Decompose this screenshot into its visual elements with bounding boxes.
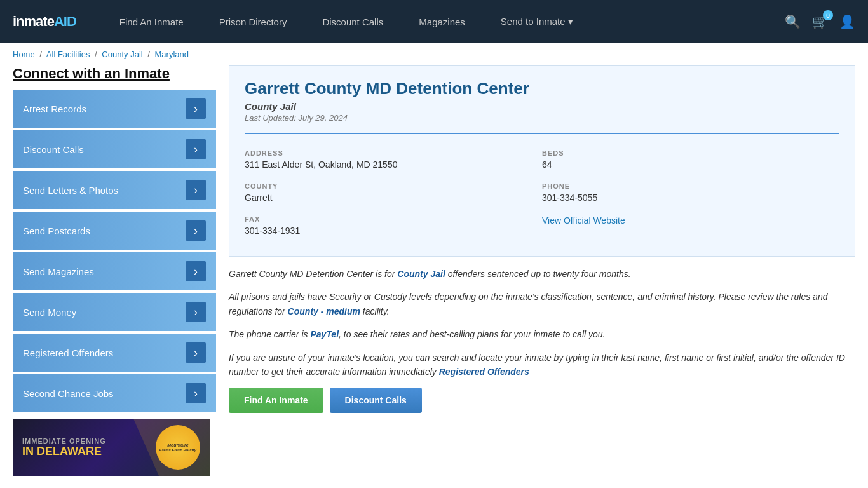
phone-label: PHONE [542,182,829,190]
logo-area[interactable]: inmateAID [13,13,76,30]
sidebar-item-send-money[interactable]: Send Money › [13,293,216,331]
main-content: Garrett County MD Detention Center Count… [229,65,855,476]
website-cell: View Official Website [542,210,839,243]
description-para3: The phone carrier is PayTel, to see thei… [229,327,855,341]
sidebar-item-send-magazines[interactable]: Send Magazines › [13,252,216,290]
nav-prison-directory[interactable]: Prison Directory [201,17,305,27]
find-inmate-button[interactable]: Find An Inmate [229,388,323,413]
facility-description: Garrett County MD Detention Center is fo… [229,267,855,379]
ad-opening-text: IMMEDIATE OPENING [22,437,106,445]
ad-banner[interactable]: IMMEDIATE OPENING IN DELAWARE MountaireF… [13,419,210,476]
main-container: Connect with an Inmate Arrest Records › … [0,65,868,488]
breadcrumb-state[interactable]: Maryland [155,50,189,59]
fax-value: 301-334-1931 [245,226,532,236]
logo: inmateAID [13,13,76,30]
main-nav: Find An Inmate Prison Directory Discount… [102,16,785,27]
sidebar-item-label: Send Magazines [23,266,94,277]
county-label: COUNTY [245,182,532,190]
nav-find-inmate[interactable]: Find An Inmate [102,17,201,27]
sidebar-item-label: Send Postcards [23,226,90,236]
sidebar-item-arrest-records[interactable]: Arrest Records › [13,90,216,128]
facility-card: Garrett County MD Detention Center Count… [229,65,855,257]
sidebar-item-label: Registered Offenders [23,348,113,358]
breadcrumb: Home / All Facilities / County Jail / Ma… [0,43,868,65]
county-medium-link[interactable]: County - medium [288,306,360,316]
phone-value: 301-334-5055 [542,193,829,203]
nav-send-to-inmate[interactable]: Send to Inmate ▾ [483,16,591,27]
user-button[interactable]: 👤 [839,14,855,29]
breadcrumb-county-jail[interactable]: County Jail [102,50,142,59]
county-cell: COUNTY Garrett [245,177,542,210]
sidebar: Connect with an Inmate Arrest Records › … [13,65,216,476]
fax-cell: FAX 301-334-1931 [245,210,542,243]
description-para4: If you are unsure of your inmate's locat… [229,351,855,379]
bottom-buttons: Find An Inmate Discount Calls [229,388,855,413]
county-jail-link[interactable]: County Jail [397,269,445,279]
description-para2: All prisons and jails have Security or C… [229,290,855,318]
arrow-icon: › [186,383,206,403]
ad-text: IMMEDIATE OPENING IN DELAWARE [22,437,106,458]
sidebar-item-send-letters[interactable]: Send Letters & Photos › [13,171,216,209]
cart-badge: 0 [823,10,833,20]
registered-offenders-link[interactable]: Registered Offenders [439,367,529,377]
breadcrumb-home[interactable]: Home [13,50,35,59]
facility-info-grid: ADDRESS 311 East Alder St, Oakland, MD 2… [245,133,839,243]
arrow-icon: › [186,261,206,281]
sidebar-item-registered-offenders[interactable]: Registered Offenders › [13,334,216,372]
facility-updated: Last Updated: July 29, 2024 [245,113,839,123]
sidebar-menu: Arrest Records › Discount Calls › Send L… [13,90,216,412]
sidebar-item-discount-calls[interactable]: Discount Calls › [13,130,216,168]
view-official-website-link[interactable]: View Official Website [542,215,625,226]
beds-cell: BEDS 64 [542,144,839,177]
sidebar-item-second-chance-jobs[interactable]: Second Chance Jobs › [13,374,216,412]
phone-cell: PHONE 301-334-5055 [542,177,839,210]
county-value: Garrett [245,193,532,203]
sidebar-item-label: Second Chance Jobs [23,388,114,399]
nav-discount-calls[interactable]: Discount Calls [304,17,401,27]
arrow-icon: › [186,220,206,241]
arrow-icon: › [186,342,206,363]
arrow-icon: › [186,139,206,159]
discount-calls-button[interactable]: Discount Calls [330,388,422,413]
connect-title: Connect with an Inmate [13,65,216,82]
paytel-link[interactable]: PayTel [310,329,339,339]
address-value: 311 East Alder St, Oakland, MD 21550 [245,159,532,170]
nav-magazines[interactable]: Magazines [401,17,483,27]
address-cell: ADDRESS 311 East Alder St, Oakland, MD 2… [245,144,542,177]
sidebar-item-send-postcards[interactable]: Send Postcards › [13,212,216,250]
sidebar-item-label: Arrest Records [23,104,86,114]
ad-decoration [133,419,210,476]
sidebar-item-label: Discount Calls [23,144,84,155]
sidebar-item-label: Send Letters & Photos [23,185,118,196]
cart-button[interactable]: 🛒 0 [812,14,828,29]
facility-type: County Jail [245,101,839,112]
ad-location: IN DELAWARE [22,445,106,458]
header-icons: 🔍 🛒 0 👤 [785,14,855,29]
description-para1: Garrett County MD Detention Center is fo… [229,267,855,281]
beds-value: 64 [542,159,829,170]
logo-highlight: AID [54,13,76,29]
arrow-icon: › [186,302,206,322]
sidebar-item-label: Send Money [23,307,76,318]
search-button[interactable]: 🔍 [785,14,801,29]
header: inmateAID Find An Inmate Prison Director… [0,0,868,43]
facility-name: Garrett County MD Detention Center [245,79,839,98]
fax-label: FAX [245,215,532,223]
beds-label: BEDS [542,149,829,157]
arrow-icon: › [186,98,206,119]
breadcrumb-all-facilities[interactable]: All Facilities [46,50,90,59]
arrow-icon: › [186,180,206,200]
address-label: ADDRESS [245,149,532,157]
